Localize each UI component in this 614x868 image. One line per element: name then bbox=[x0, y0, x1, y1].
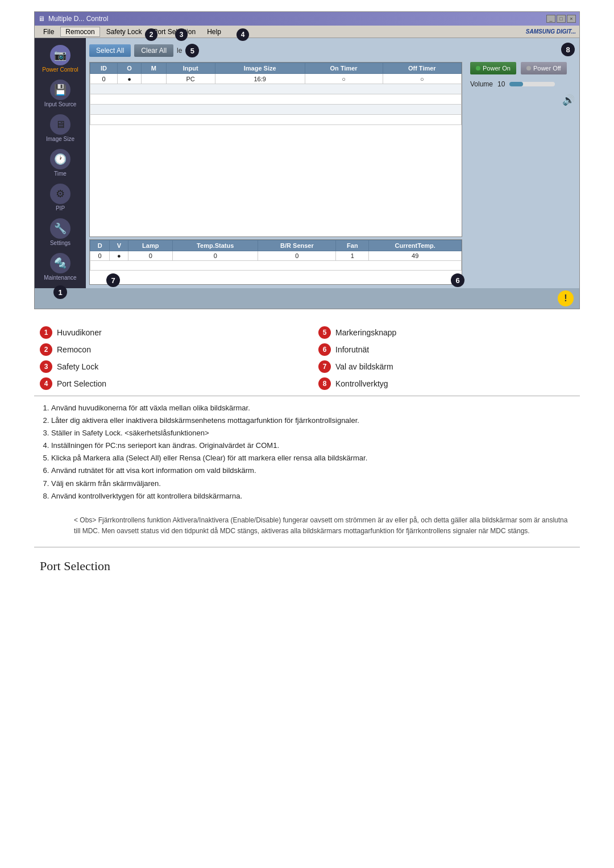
list-item-8: Använd kontrollverktygen för att kontrol… bbox=[51, 490, 574, 502]
cell-m bbox=[142, 74, 167, 84]
app-body: 📷 Power Control 💾 Input Source 🖥 Image S… bbox=[35, 38, 579, 288]
legend-item-1: 1 Huvudikoner bbox=[40, 326, 296, 339]
volume-label: Volume bbox=[470, 80, 493, 88]
title-bar-controls[interactable]: _ □ × bbox=[546, 15, 576, 23]
volume-row: Volume 10 bbox=[470, 80, 575, 88]
legend-label-8: Kontrollverktyg bbox=[335, 379, 388, 388]
table-row[interactable] bbox=[90, 105, 462, 115]
sidebar-item-settings[interactable]: 🔧 Settings bbox=[36, 216, 85, 248]
table-row[interactable] bbox=[90, 94, 462, 105]
table-row[interactable] bbox=[90, 115, 462, 125]
callout-1: 1 bbox=[53, 285, 67, 299]
cell-ontimer: ○ bbox=[305, 74, 383, 84]
samsung-logo: SAMSUNG DIGIT... bbox=[526, 28, 576, 35]
sidebar-item-power[interactable]: 📷 Power Control bbox=[36, 43, 85, 75]
btcol-tempstatus: Temp.Status bbox=[173, 240, 258, 251]
legend-badge-8: 8 bbox=[318, 377, 331, 390]
sidebar-item-imagesize[interactable]: 🖥 Image Size bbox=[36, 112, 85, 144]
bottom-table-wrapper: D V Lamp Temp.Status B/R Senser Fan Curr… bbox=[89, 239, 462, 285]
app-icon: 🖥 bbox=[38, 15, 45, 23]
close-button[interactable]: × bbox=[567, 15, 576, 23]
legend-badge-7: 7 bbox=[318, 360, 331, 373]
callout-7: 7 bbox=[106, 273, 120, 287]
menu-file[interactable]: File bbox=[38, 27, 59, 37]
table-row[interactable]: 0 ● 0 0 0 1 49 bbox=[90, 251, 462, 261]
list-item-4: Inställningen för PC:ns serieport kan än… bbox=[51, 439, 574, 452]
legend-badge-5: 5 bbox=[318, 326, 331, 339]
volume-slider[interactable] bbox=[509, 82, 555, 86]
app-window: 🖥 Multiple D... Control _ □ × File Remoc… bbox=[34, 11, 580, 309]
main-table: ID O M Input Image Size On Timer Off Tim… bbox=[90, 63, 462, 125]
warning-icon: ! bbox=[558, 290, 574, 306]
obs-label: < Obs> bbox=[74, 516, 96, 524]
btcol-brsenser: B/R Senser bbox=[258, 240, 336, 251]
sidebar-label-settings: Settings bbox=[50, 240, 70, 246]
btcell-brsenser: 0 bbox=[258, 251, 336, 261]
maintenance-icon: 🔩 bbox=[50, 253, 70, 273]
sidebar-label-pip: PIP bbox=[56, 205, 65, 211]
select-all-button[interactable]: Select All bbox=[89, 44, 131, 57]
imagesize-icon: 🖥 bbox=[50, 114, 70, 135]
btcell-tempstatus: 0 bbox=[173, 251, 258, 261]
port-selection-heading: Port Selection bbox=[34, 553, 580, 574]
btcell-fan: 1 bbox=[336, 251, 369, 261]
menu-remocon[interactable]: Remocon bbox=[60, 27, 99, 37]
cell-o: ● bbox=[117, 74, 141, 84]
minimize-button[interactable]: _ bbox=[546, 15, 555, 23]
legend-label-1: Huvudikoner bbox=[57, 328, 102, 337]
settings-icon: 🔧 bbox=[50, 218, 70, 239]
volume-value: 10 bbox=[497, 80, 505, 88]
clear-all-button[interactable]: Clear All bbox=[134, 44, 173, 57]
table-row[interactable]: 0 ● PC 16:9 ○ ○ bbox=[90, 74, 462, 84]
col-imagesize: Image Size bbox=[215, 63, 305, 74]
menu-help[interactable]: Help bbox=[202, 27, 226, 37]
legend-badge-1: 1 bbox=[40, 326, 52, 339]
input-icon: 💾 bbox=[50, 80, 70, 100]
list-item-5: Klicka på Markera alla (Select All) elle… bbox=[51, 452, 574, 464]
callout-6: 6 bbox=[451, 273, 464, 287]
volume-fill bbox=[509, 82, 523, 86]
menu-safetylock[interactable]: Safety Lock bbox=[101, 27, 147, 37]
power-on-indicator bbox=[476, 66, 480, 70]
cell-id: 0 bbox=[90, 74, 118, 84]
btcell-v: ● bbox=[110, 251, 128, 261]
callout-3: 3 bbox=[175, 28, 188, 41]
app-window-wrapper: 🖥 Multiple D... Control _ □ × File Remoc… bbox=[34, 11, 580, 309]
legend-item-4: 4 Port Selection bbox=[40, 377, 296, 390]
section-divider-2 bbox=[34, 547, 580, 547]
legend-label-2: Remocon bbox=[57, 345, 91, 354]
title-bar-left: 🖥 Multiple D... Control bbox=[38, 15, 108, 23]
table-row[interactable] bbox=[90, 261, 462, 271]
legend-item-3: 3 Safety Lock bbox=[40, 360, 296, 373]
btcell-d: 0 bbox=[90, 251, 110, 261]
btcol-d: D bbox=[90, 240, 110, 251]
power-off-button[interactable]: Power Off bbox=[521, 62, 567, 74]
btcol-lamp: Lamp bbox=[128, 240, 173, 251]
sidebar-item-maintenance[interactable]: 🔩 Maintenance bbox=[36, 251, 85, 283]
table-row[interactable] bbox=[90, 84, 462, 94]
power-on-button[interactable]: Power On bbox=[470, 62, 516, 74]
legend-item-5: 5 Markeringsknapp bbox=[318, 326, 574, 339]
legend-label-3: Safety Lock bbox=[57, 362, 98, 371]
legend-item-7: 7 Val av bildskärm bbox=[318, 360, 574, 373]
sidebar-item-time[interactable]: 🕐 Time bbox=[36, 147, 85, 179]
cell-imagesize: 16:9 bbox=[215, 74, 305, 84]
maximize-button[interactable]: □ bbox=[557, 15, 566, 23]
legend-label-4: Port Selection bbox=[57, 379, 106, 388]
col-o: O bbox=[117, 63, 141, 74]
callout-5: 5 bbox=[185, 44, 199, 57]
sidebar-label-maintenance: Maintenance bbox=[44, 275, 76, 281]
list-item-3: Ställer in Safety Lock. <säkerhetslåsfun… bbox=[51, 427, 574, 439]
obs-block: < Obs> Fjärrkontrollens funktion Aktiver… bbox=[34, 510, 580, 541]
title-bar: 🖥 Multiple D... Control _ □ × bbox=[35, 12, 579, 26]
legend-badge-6: 6 bbox=[318, 343, 331, 356]
speaker-icon: 🔊 bbox=[562, 94, 575, 106]
btcol-currenttemp: CurrentTemp. bbox=[369, 240, 462, 251]
sidebar-item-pip[interactable]: ⚙ PIP bbox=[36, 181, 85, 214]
sidebar-item-input[interactable]: 💾 Input Source bbox=[36, 77, 85, 110]
time-icon: 🕐 bbox=[50, 149, 70, 169]
obs-text: Fjärrkontrollens funktion Aktivera/Inakt… bbox=[74, 516, 567, 535]
col-input: Input bbox=[166, 63, 215, 74]
cell-input: PC bbox=[166, 74, 215, 84]
section-divider bbox=[34, 396, 580, 396]
